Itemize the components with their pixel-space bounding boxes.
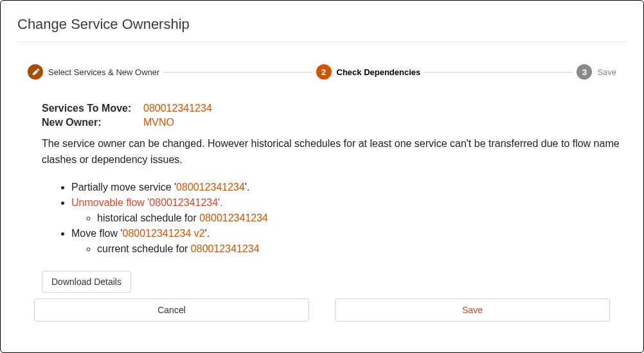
- step-2[interactable]: 2 Check Dependencies: [316, 64, 421, 80]
- schedule-link[interactable]: 080012341234: [191, 243, 260, 254]
- step-2-label: Check Dependencies: [337, 67, 421, 77]
- service-link[interactable]: 080012341234: [176, 182, 245, 193]
- download-details-button[interactable]: Download Details: [42, 271, 131, 293]
- dependency-list: Partially move service '080012341234'. U…: [71, 180, 620, 257]
- step-line: [424, 72, 573, 73]
- divider: [17, 42, 627, 42]
- dependency-sublist: current schedule for 080012341234: [97, 241, 620, 257]
- text: current schedule for: [97, 243, 191, 254]
- stepper: Select Services & New Owner 2 Check Depe…: [28, 64, 616, 80]
- page-title: Change Service Ownership: [17, 16, 627, 33]
- text: '.: [218, 197, 223, 208]
- dependency-item: Unmovable flow '080012341234'. historica…: [71, 195, 620, 226]
- flow-link[interactable]: 080012341234 v2: [123, 228, 205, 239]
- new-owner-row: New Owner: MVNO: [42, 117, 620, 128]
- dependency-message: The service owner can be changed. Howeve…: [42, 136, 620, 168]
- text: Unmovable flow ': [71, 197, 149, 208]
- text: '.: [205, 228, 210, 239]
- step-3-number: 3: [577, 64, 592, 80]
- cancel-button[interactable]: Cancel: [34, 298, 309, 322]
- dependency-item: Partially move service '080012341234'.: [71, 180, 620, 195]
- step-3[interactable]: 3 Save: [577, 64, 616, 80]
- step-1[interactable]: Select Services & New Owner: [28, 64, 159, 80]
- services-to-move-row: Services To Move: 080012341234: [42, 103, 620, 114]
- footer-actions: Cancel Save: [34, 298, 610, 322]
- new-owner-value: MVNO: [143, 117, 174, 128]
- schedule-link[interactable]: 080012341234: [199, 212, 268, 223]
- content-panel: Services To Move: 080012341234 New Owner…: [42, 103, 620, 293]
- dependency-sublist: historical schedule for 080012341234: [97, 211, 620, 226]
- text: '.: [245, 182, 250, 193]
- services-to-move-label: Services To Move:: [42, 103, 138, 114]
- unmovable-flow-label: Unmovable flow '080012341234'.: [71, 197, 223, 208]
- save-button[interactable]: Save: [335, 298, 610, 322]
- step-3-label: Save: [597, 67, 616, 77]
- text: Move flow ': [71, 228, 123, 239]
- services-to-move-value: 080012341234: [143, 103, 212, 114]
- text: historical schedule for: [97, 212, 199, 223]
- dependency-sub-item: historical schedule for 080012341234: [97, 211, 620, 226]
- text: Partially move service ': [71, 182, 176, 193]
- step-line: [163, 72, 312, 73]
- pencil-icon: [28, 64, 43, 80]
- dependency-sub-item: current schedule for 080012341234: [97, 241, 620, 257]
- dependency-item: Move flow '080012341234 v2'. current sch…: [71, 226, 620, 257]
- step-1-label: Select Services & New Owner: [48, 67, 159, 77]
- new-owner-label: New Owner:: [42, 117, 138, 128]
- step-2-number: 2: [316, 64, 332, 80]
- flow-link[interactable]: 080012341234: [149, 197, 218, 208]
